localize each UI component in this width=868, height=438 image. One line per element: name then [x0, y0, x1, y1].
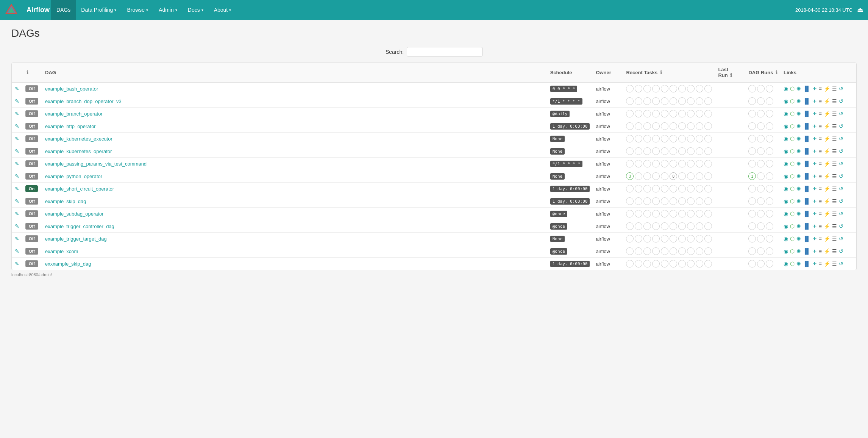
lightning-icon[interactable]: ⚡: [824, 148, 830, 154]
duration-icon[interactable]: ▐▌: [803, 161, 810, 167]
dag-link[interactable]: example_branch_operator: [45, 111, 103, 117]
landing-icon[interactable]: ≡: [819, 123, 822, 129]
trigger-icon[interactable]: ◉: [784, 173, 788, 179]
edit-icon[interactable]: ✎: [15, 186, 19, 192]
toggle-btn[interactable]: On: [25, 185, 38, 192]
dag-link[interactable]: example_subdag_operator: [45, 211, 104, 217]
dag-link[interactable]: example_trigger_target_dag: [45, 236, 107, 242]
toggle-btn[interactable]: Off: [25, 135, 38, 142]
edit-icon[interactable]: ✎: [15, 248, 19, 254]
refresh-icon[interactable]: ↺: [839, 248, 843, 254]
refresh-icon[interactable]: ↺: [839, 173, 843, 179]
dag-link[interactable]: example_kubernetes_executor: [45, 136, 112, 142]
lightning-icon[interactable]: ⚡: [824, 161, 830, 167]
lightning-icon[interactable]: ⚡: [824, 186, 830, 192]
edit-icon[interactable]: ✎: [15, 261, 19, 267]
trigger-icon[interactable]: ◉: [784, 136, 788, 142]
refresh-icon[interactable]: ↺: [839, 161, 843, 167]
toggle-btn[interactable]: Off: [25, 123, 38, 130]
landing-icon[interactable]: ≡: [819, 98, 822, 104]
refresh-icon[interactable]: ↺: [839, 211, 843, 217]
th-tasks-info-icon[interactable]: ℹ: [660, 70, 662, 75]
gantt-icon[interactable]: ✈: [812, 111, 817, 117]
refresh-icon[interactable]: ↺: [839, 186, 843, 192]
lightning-icon[interactable]: ⚡: [824, 261, 830, 267]
tree-icon[interactable]: ⬡: [790, 198, 795, 204]
lightning-icon[interactable]: ⚡: [824, 198, 830, 204]
toggle-btn[interactable]: Off: [25, 160, 38, 167]
edit-icon[interactable]: ✎: [15, 236, 19, 242]
duration-icon[interactable]: ▐▌: [803, 198, 810, 204]
toggle-btn[interactable]: Off: [25, 210, 38, 217]
landing-icon[interactable]: ≡: [819, 186, 822, 192]
landing-icon[interactable]: ≡: [819, 198, 822, 204]
trigger-icon[interactable]: ◉: [784, 223, 788, 229]
toggle-btn[interactable]: Off: [25, 223, 38, 230]
edit-icon[interactable]: ✎: [15, 123, 19, 129]
trigger-icon[interactable]: ◉: [784, 98, 788, 104]
graph-icon[interactable]: ✺: [796, 198, 801, 204]
dag-link[interactable]: example_python_operator: [45, 174, 102, 179]
graph-icon[interactable]: ✺: [796, 173, 801, 179]
edit-icon[interactable]: ✎: [15, 98, 19, 104]
edit-icon[interactable]: ✎: [15, 86, 19, 92]
tree-icon[interactable]: ⬡: [790, 123, 795, 129]
graph-icon[interactable]: ✺: [796, 123, 801, 129]
toggle-btn[interactable]: Off: [25, 148, 38, 155]
dag-link[interactable]: example_kubernetes_operator: [45, 149, 112, 154]
refresh-icon[interactable]: ↺: [839, 261, 843, 267]
refresh-icon[interactable]: ↺: [839, 198, 843, 204]
edit-icon[interactable]: ✎: [15, 223, 19, 229]
trigger-icon[interactable]: ◉: [784, 186, 788, 192]
list-icon[interactable]: ☰: [832, 186, 837, 192]
refresh-icon[interactable]: ↺: [839, 111, 843, 117]
graph-icon[interactable]: ✺: [796, 136, 801, 142]
landing-icon[interactable]: ≡: [819, 136, 822, 142]
toggle-btn[interactable]: Off: [25, 198, 38, 205]
nav-browse[interactable]: Browse ▾: [122, 0, 153, 20]
dag-link[interactable]: example_short_circuit_operator: [45, 186, 114, 192]
search-input[interactable]: [407, 47, 482, 56]
edit-icon[interactable]: ✎: [15, 148, 19, 154]
lightning-icon[interactable]: ⚡: [824, 211, 830, 217]
graph-icon[interactable]: ✺: [796, 223, 801, 229]
dag-run-circle[interactable]: 1: [748, 172, 756, 180]
edit-icon[interactable]: ✎: [15, 211, 19, 217]
duration-icon[interactable]: ▐▌: [803, 248, 810, 254]
list-icon[interactable]: ☰: [832, 223, 837, 229]
duration-icon[interactable]: ▐▌: [803, 261, 810, 267]
trigger-icon[interactable]: ◉: [784, 211, 788, 217]
list-icon[interactable]: ☰: [832, 136, 837, 142]
landing-icon[interactable]: ≡: [819, 211, 822, 217]
nav-data-profiling[interactable]: Data Profiling ▾: [76, 0, 122, 20]
gantt-icon[interactable]: ✈: [812, 261, 817, 267]
nav-admin[interactable]: Admin ▾: [153, 0, 183, 20]
duration-icon[interactable]: ▐▌: [803, 123, 810, 129]
graph-icon[interactable]: ✺: [796, 161, 801, 167]
graph-icon[interactable]: ✺: [796, 186, 801, 192]
graph-icon[interactable]: ✺: [796, 248, 801, 254]
gantt-icon[interactable]: ✈: [812, 86, 817, 92]
list-icon[interactable]: ☰: [832, 98, 837, 104]
trigger-icon[interactable]: ◉: [784, 261, 788, 267]
list-icon[interactable]: ☰: [832, 123, 837, 129]
dag-link[interactable]: exxxample_skip_dag: [45, 261, 91, 267]
task-circle[interactable]: 8: [670, 172, 677, 180]
graph-icon[interactable]: ✺: [796, 86, 801, 92]
trigger-icon[interactable]: ◉: [784, 248, 788, 254]
duration-icon[interactable]: ▐▌: [803, 111, 810, 117]
landing-icon[interactable]: ≡: [819, 173, 822, 179]
list-icon[interactable]: ☰: [832, 198, 837, 204]
list-icon[interactable]: ☰: [832, 261, 837, 267]
landing-icon[interactable]: ≡: [819, 248, 822, 254]
edit-icon[interactable]: ✎: [15, 111, 19, 117]
tree-icon[interactable]: ⬡: [790, 261, 795, 267]
edit-icon[interactable]: ✎: [15, 173, 19, 179]
airflow-logo[interactable]: [5, 3, 18, 17]
tree-icon[interactable]: ⬡: [790, 248, 795, 254]
th-dagruns-info-icon[interactable]: ℹ: [776, 70, 777, 75]
toggle-btn[interactable]: Off: [25, 110, 38, 117]
duration-icon[interactable]: ▐▌: [803, 236, 810, 242]
duration-icon[interactable]: ▐▌: [803, 211, 810, 217]
landing-icon[interactable]: ≡: [819, 261, 822, 267]
